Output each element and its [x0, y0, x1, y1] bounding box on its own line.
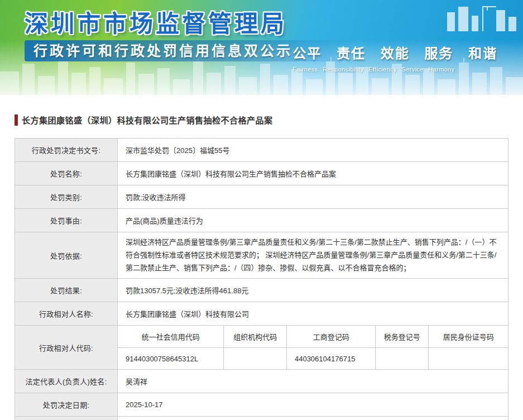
table-row: 法定代表人(负责人)姓名: 吴涛祥 — [15, 370, 508, 393]
row-label: 处罚名称: — [15, 162, 118, 185]
table-row: 处罚事由: 产品(商品)质量违法行为 — [15, 209, 508, 232]
row-label: 行政处罚决定书文号: — [15, 139, 118, 162]
page: 深圳市市场监督管理局 行政许可和行政处罚信用信息双公示 公平 责任 效能 服务 … — [0, 0, 523, 420]
site-header: 深圳市市场监督管理局 行政许可和行政处罚信用信息双公示 公平 责任 效能 服务 … — [0, 0, 523, 95]
entity-codes-table: 统一社会信用代码 组织机构代码 工商登记码 税务登记号 居民身份证号码 9144… — [118, 326, 508, 369]
code-column-header: 统一社会信用代码 — [118, 326, 223, 347]
code-column-header: 税务登记号 — [375, 326, 428, 347]
table-row: 行政处罚决定书文号: 深市监华处罚〔2025〕福城55号 — [15, 139, 508, 162]
code-value — [223, 347, 286, 369]
code-value: 91440300758645312L — [118, 347, 223, 369]
row-label: 处罚依据: — [15, 232, 118, 279]
case-title-text: 长方集团康铭盛（深圳）科技有限公司生产销售抽检不合格产品案 — [22, 114, 273, 126]
slogan-block: 公平 责任 效能 服务 和谐 Fairness Responsibility E… — [292, 42, 497, 73]
buildings-icon — [443, 1, 521, 31]
row-label: 处罚机关: — [15, 417, 118, 420]
table-row: 处罚决定日期: 2025-10-17 — [15, 393, 508, 417]
slogan-en: Fairness Responsibility Efficiency Servi… — [292, 66, 497, 73]
code-column-header: 工商登记码 — [286, 326, 375, 347]
row-value: 深市监华处罚〔2025〕福城55号 — [118, 139, 508, 162]
row-value: 深圳市市场监督管理局龙华监管局 — [118, 417, 508, 420]
row-value: 罚款;没收违法所得 — [118, 185, 508, 209]
row-label: 行政相对人代码: — [15, 326, 118, 370]
row-value: 长方集团康铭盛（深圳）科技有限公司生产销售抽检不合格产品案 — [118, 162, 508, 185]
penalty-info-table: 行政处罚决定书文号: 深市监华处罚〔2025〕福城55号 处罚名称: 长方集团康… — [15, 138, 508, 420]
code-value: 440306104176715 — [286, 347, 375, 369]
case-title: 长方集团康铭盛（深圳）科技有限公司生产销售抽检不合格产品案 — [15, 114, 508, 126]
row-value: 2025-10-17 — [118, 393, 508, 417]
table-row: 行政相对人名称: 长方集团康铭盛（深圳）科技有限公司 — [15, 302, 508, 326]
row-label: 处罚事由: — [15, 209, 118, 232]
row-label: 处罚类别: — [15, 185, 118, 209]
title-accent-bar — [15, 114, 18, 126]
main-content: 长方集团康铭盛（深圳）科技有限公司生产销售抽检不合格产品案 行政处罚决定书文号:… — [0, 95, 523, 420]
row-value: 产品(商品)质量违法行为 — [118, 209, 508, 232]
entity-codes-cell: 统一社会信用代码 组织机构代码 工商登记码 税务登记号 居民身份证号码 9144… — [118, 326, 508, 370]
code-column-header: 居民身份证号码 — [428, 326, 508, 347]
row-label: 法定代表人(负责人)姓名: — [15, 370, 118, 393]
row-value: 吴涛祥 — [118, 370, 508, 393]
row-value: 罚款13057.5元;没收违法所得461.88元 — [118, 279, 508, 302]
table-row: 处罚名称: 长方集团康铭盛（深圳）科技有限公司生产销售抽检不合格产品案 — [15, 162, 508, 185]
slogan-cn: 公平 责任 效能 服务 和谐 — [292, 42, 497, 62]
code-column-header: 组织机构代码 — [223, 326, 286, 347]
row-label: 处罚结果: — [15, 279, 118, 302]
code-value — [375, 347, 428, 369]
row-value: 深圳经济特区产品质量管理条例/第三章产品质量责任和义务/第二十三条/第二款禁止生… — [118, 232, 508, 279]
table-row: 处罚类别: 罚款;没收违法所得 — [15, 185, 508, 209]
table-row: 处罚机关: 深圳市市场监督管理局龙华监管局 — [15, 417, 508, 420]
table-row-entity-codes: 行政相对人代码: 统一社会信用代码 组织机构代码 工商登记码 税务登记号 居民身… — [15, 326, 508, 370]
row-label: 处罚决定日期: — [15, 393, 118, 417]
code-value — [428, 347, 508, 369]
table-row: 处罚依据: 深圳经济特区产品质量管理条例/第三章产品质量责任和义务/第二十三条/… — [15, 232, 508, 279]
table-row: 处罚结果: 罚款13057.5元;没收违法所得461.88元 — [15, 279, 508, 302]
site-title: 深圳市市场监督管理局 — [25, 4, 287, 39]
row-value: 长方集团康铭盛（深圳）科技有限公司 — [118, 302, 508, 326]
row-label: 行政相对人名称: — [15, 302, 118, 326]
